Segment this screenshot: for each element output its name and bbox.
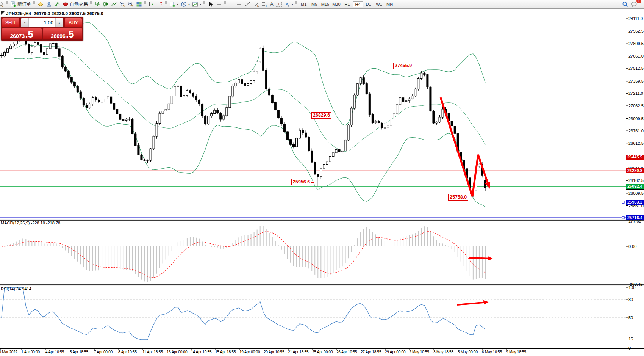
price-annotation[interactable]: 26829.6 [311, 112, 331, 119]
text-tool-button[interactable]: A [269, 0, 275, 8]
search-button[interactable] [621, 0, 630, 8]
trend-arrow[interactable] [469, 258, 491, 259]
horizontal-line-tool-button[interactable] [235, 0, 243, 8]
arrow-objects-icon [284, 1, 290, 7]
time-axis-label: 4 Apr 10:55 [45, 350, 64, 354]
timeframe-m5-button[interactable]: M5 [309, 1, 320, 7]
toolbar: 新订单 自动交易 [0, 0, 644, 9]
line-chart-button[interactable] [110, 0, 118, 8]
candlestick-chart-button[interactable] [102, 0, 110, 8]
new-order-button[interactable]: 新订单 [9, 0, 32, 8]
bar-chart-button[interactable] [93, 0, 102, 8]
price-axis-tick: 27211.0 [628, 91, 643, 96]
price-annotation[interactable]: 25758.0 [448, 194, 468, 201]
profiles-icon [46, 1, 52, 7]
signals-icon [54, 1, 60, 7]
profiles-button[interactable] [45, 0, 53, 8]
timeframe-h1-button[interactable]: H1 [342, 1, 353, 7]
zoom-out-button[interactable] [127, 0, 135, 8]
trend-arrow[interactable] [441, 97, 489, 196]
price-axis-tick: 27962.5 [628, 29, 644, 33]
buy-price-display[interactable]: 26096.5 [43, 28, 83, 39]
sell-price-display[interactable]: 26073.5 [2, 28, 42, 39]
timeframe-w1-button[interactable]: W1 [374, 1, 385, 7]
fibonacci-tag: F [266, 5, 267, 7]
text-label-tool-button[interactable]: T [275, 0, 283, 8]
templates-dropdown[interactable]: ▾ [191, 0, 202, 8]
one-click-trading-panel: SELL ▼ 1.00 ▲ BUY 26073.5 26096.5 [1, 17, 83, 41]
buy-button[interactable]: BUY [64, 18, 82, 27]
candlestick-chart-icon [103, 1, 109, 7]
tile-windows-button[interactable] [135, 0, 143, 8]
crosshair-icon [216, 1, 222, 7]
bar-chart-icon [94, 1, 100, 7]
rsi-axis-tick: 80 [628, 298, 633, 302]
chat-button[interactable]: 1 [630, 0, 639, 8]
buy-price-main: 26096 [51, 33, 66, 39]
timeframe-d1-button[interactable]: D1 [363, 1, 374, 7]
mt4-terminal: 新订单 自动交易 [0, 0, 644, 356]
cursor-tool-button[interactable] [206, 0, 215, 8]
chart-shift-button[interactable] [156, 0, 164, 8]
clipped-toolbar-icon[interactable] [0, 0, 5, 8]
volume-decrease-button[interactable]: ▼ [21, 18, 29, 27]
volume-value[interactable]: 1.00 [29, 18, 55, 27]
equidistant-channel-tool-button[interactable]: E [252, 0, 260, 8]
price-axis-tick: 28111.0 [628, 17, 643, 21]
crosshair-tool-button[interactable] [215, 0, 223, 8]
price-line-badge: 26092.4 [626, 184, 644, 189]
time-axis-label: 5 May 00:00 [458, 350, 478, 354]
text-label-icon: T [276, 2, 282, 7]
drawn-arrows[interactable] [441, 97, 491, 305]
new-chart-icon [169, 1, 175, 7]
one-click-expander-icon[interactable] [1, 11, 5, 15]
timeframe-m15-button[interactable]: M15 [320, 1, 331, 7]
dropdown-caret-icon: ▾ [200, 3, 201, 6]
rsi-axis-tick: 100 [628, 285, 635, 290]
periods-dropdown[interactable]: ▾ [180, 0, 191, 8]
macd-axis-tick: 0.00 [628, 245, 636, 249]
trendline-tool-button[interactable] [243, 0, 252, 8]
timeframe-h4-button[interactable]: H4 [353, 1, 363, 7]
auto-scroll-button[interactable] [147, 0, 156, 8]
toolbar-grip [33, 1, 35, 7]
sell-button[interactable]: SELL [2, 18, 20, 27]
signals-button[interactable] [53, 0, 61, 8]
arrows-tool-dropdown[interactable]: ▾ [283, 0, 294, 8]
time-axis-label: 30 Mar 2022 [0, 350, 17, 354]
toolbar-grip [6, 1, 8, 7]
rsi-line [2, 287, 485, 340]
main-macd-splitter[interactable] [0, 219, 644, 221]
horizontal-line-icon [236, 1, 242, 7]
fibonacci-tool-button[interactable]: F [260, 0, 269, 8]
autotrading-icon [63, 1, 69, 7]
autotrading-button[interactable]: 自动交易 [61, 0, 89, 8]
new-chart-dropdown[interactable]: ▾ [168, 0, 180, 8]
time-axis-label: 13 Apr 00:00 [167, 350, 187, 354]
bollinger-bands [14, 23, 485, 207]
price-axis-tick: 27359.5 [628, 79, 644, 83]
volume-increase-button[interactable]: ▲ [55, 18, 63, 27]
trend-arrow[interactable] [457, 302, 487, 305]
chart-canvas[interactable] [0, 0, 644, 356]
timeframe-mn-button[interactable]: MN [385, 1, 395, 7]
zoom-in-icon [119, 1, 125, 7]
new-order-label: 新订单 [17, 1, 31, 8]
zoom-in-button[interactable] [118, 0, 127, 8]
macd-rsi-splitter[interactable] [0, 284, 644, 286]
dropdown-caret-icon: ▾ [177, 3, 178, 6]
notification-badge: 1 [636, 0, 641, 3]
price-line-badge: 26280.8 [626, 168, 644, 173]
toolbar-grip [295, 1, 297, 7]
autotrading-label: 自动交易 [70, 1, 88, 8]
timeframe-m1-button[interactable]: M1 [299, 1, 309, 7]
template-chart-icon [192, 1, 198, 7]
timeframe-m30-button[interactable]: M30 [331, 1, 342, 7]
vertical-line-tool-button[interactable] [227, 0, 235, 8]
price-annotation[interactable]: 25956.6 [291, 179, 311, 185]
chart-symbol-period: JPN225-,H4 [6, 11, 31, 16]
toolbar-grip [165, 1, 167, 7]
price-annotation[interactable]: 27465.9 [393, 63, 413, 69]
metaeditor-button[interactable] [36, 0, 45, 8]
auto-scroll-icon [148, 1, 155, 7]
